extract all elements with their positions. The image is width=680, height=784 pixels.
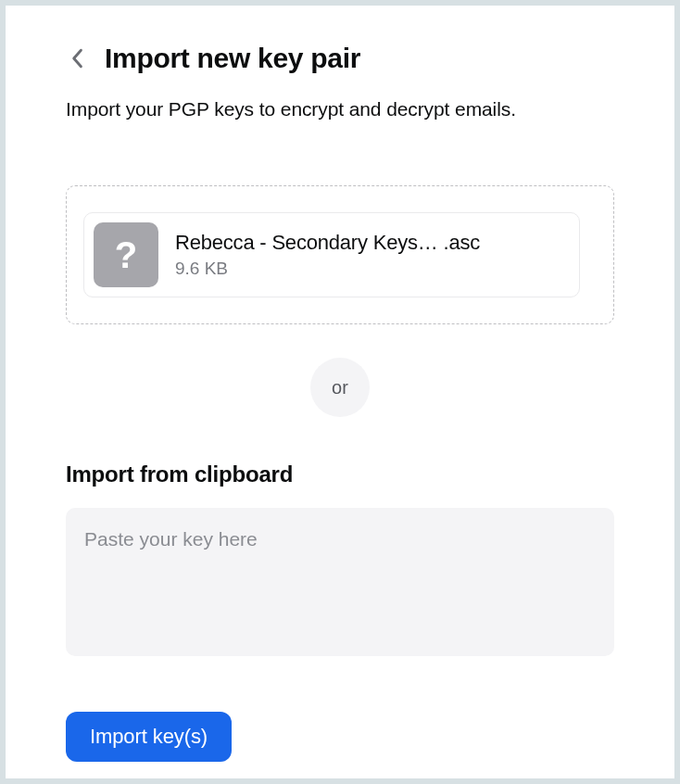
paste-key-input[interactable] [66,508,614,656]
page-title: Import new key pair [105,43,360,74]
chevron-left-icon [69,48,84,69]
back-button[interactable] [66,47,88,70]
file-dropzone[interactable]: ? Rebecca - Secondary Keys… .asc 9.6 KB [66,185,614,324]
file-name: Rebecca - Secondary Keys… .asc [175,231,480,255]
uploaded-file-card[interactable]: ? Rebecca - Secondary Keys… .asc 9.6 KB [83,212,580,297]
import-key-panel: Import new key pair Import your PGP keys… [6,6,674,778]
page-subtitle: Import your PGP keys to encrypt and decr… [66,98,614,120]
import-keys-button[interactable]: Import key(s) [66,712,232,762]
or-label: or [310,358,370,417]
file-unknown-icon: ? [94,222,158,287]
clipboard-section-title: Import from clipboard [66,462,614,487]
file-size: 9.6 KB [175,259,480,279]
header-row: Import new key pair [66,43,614,74]
file-meta: Rebecca - Secondary Keys… .asc 9.6 KB [175,231,480,279]
separator: or [66,358,614,417]
